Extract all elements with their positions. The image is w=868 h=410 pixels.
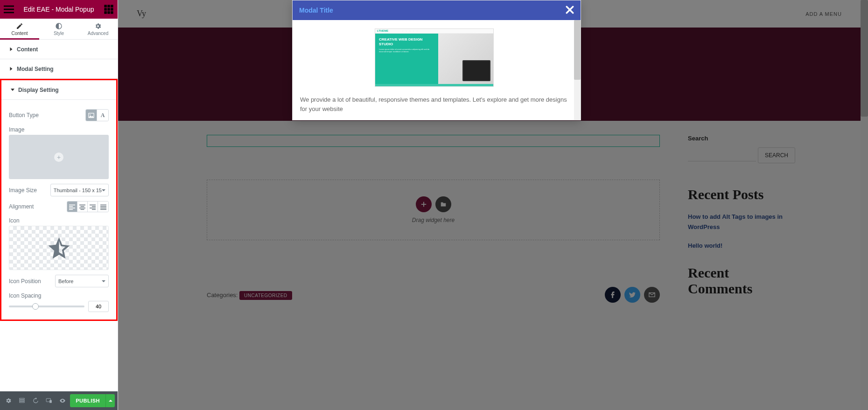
icon-position-value: Before [58, 278, 73, 284]
mini-brand: LTHEME [377, 29, 388, 33]
svg-rect-11 [111, 11, 113, 14]
svg-rect-2 [4, 12, 14, 14]
tab-style-label: Style [54, 31, 64, 36]
tab-content[interactable]: Content [0, 19, 39, 39]
button-type-text[interactable]: A [97, 110, 108, 121]
image-label: Image [9, 126, 24, 133]
publish-group: PUBLISH [70, 394, 115, 407]
modal-title: Modal Title [299, 7, 333, 14]
icon-spacing-input[interactable] [88, 301, 109, 312]
modal-scrollbar[interactable] [574, 20, 581, 120]
history-icon[interactable] [30, 394, 42, 408]
alignment-group [67, 201, 109, 212]
responsive-icon[interactable] [43, 394, 55, 408]
caret-icon [10, 48, 13, 51]
svg-rect-21 [79, 208, 85, 208]
modal-image: LTHEME ····· CREATIVE WEB DESIGN STUDIO … [375, 28, 494, 87]
icon-picker[interactable] [9, 226, 109, 270]
svg-rect-7 [107, 8, 110, 11]
panel-tabs: Content Style Advanced [0, 19, 118, 40]
svg-rect-5 [111, 5, 113, 7]
svg-rect-29 [100, 208, 106, 208]
modal-body: LTHEME ····· CREATIVE WEB DESIGN STUDIO … [293, 20, 581, 120]
align-justify[interactable] [98, 202, 108, 212]
svg-rect-28 [100, 206, 106, 207]
icon-label: Icon [9, 217, 20, 224]
svg-rect-23 [90, 204, 96, 205]
svg-rect-3 [104, 5, 107, 7]
preview-icon[interactable] [56, 394, 68, 408]
tab-style[interactable]: Style [39, 19, 78, 39]
svg-rect-9 [104, 11, 107, 14]
image-size-label: Image Size [9, 187, 37, 194]
tab-advanced-label: Advanced [88, 31, 108, 36]
button-type-label: Button Type [9, 112, 39, 118]
chevron-down-icon [102, 189, 105, 191]
svg-rect-30 [100, 209, 106, 210]
image-size-value: Thumbnail - 150 x 15 [54, 188, 102, 193]
button-type-image[interactable] [86, 110, 97, 121]
align-right[interactable] [88, 202, 98, 212]
svg-rect-10 [107, 11, 110, 14]
section-modal-setting[interactable]: Modal Setting [0, 59, 118, 79]
modal-popup: Modal Title LTHEME ····· CREATIVE WEB DE… [292, 0, 581, 120]
section-display-setting-label: Display Setting [18, 87, 59, 93]
panel-sections: Content Modal Setting Display Setting Bu… [0, 40, 118, 391]
icon-position-select[interactable]: Before [55, 275, 109, 287]
svg-rect-24 [92, 206, 96, 207]
hamburger-icon[interactable] [4, 4, 14, 14]
caret-up-icon [109, 400, 112, 402]
panel-header: Edit EAE - Modal Popup [0, 0, 118, 19]
svg-rect-17 [69, 208, 75, 208]
icon-spacing-slider[interactable] [9, 306, 84, 307]
svg-rect-20 [80, 206, 84, 207]
svg-point-14 [90, 114, 91, 115]
section-content[interactable]: Content [0, 40, 118, 59]
image-upload[interactable]: + [9, 135, 109, 179]
section-body: Button Type A Image + Image Size [1, 100, 116, 320]
modal-close-button[interactable] [566, 6, 574, 15]
navigator-icon[interactable] [16, 394, 28, 408]
caret-icon [10, 67, 13, 71]
svg-rect-0 [4, 6, 14, 7]
icon-position-label: Icon Position [9, 278, 41, 285]
close-icon [566, 6, 574, 14]
mini-headline: CREATIVE WEB DESIGN STUDIO [379, 37, 434, 46]
scrollbar-thumb[interactable] [574, 20, 581, 80]
align-left[interactable] [67, 202, 77, 212]
caret-icon [11, 89, 14, 91]
section-content-label: Content [17, 46, 38, 53]
publish-options[interactable] [105, 394, 115, 407]
svg-rect-16 [69, 206, 73, 207]
widgets-grid-icon[interactable] [104, 4, 114, 14]
image-size-select[interactable]: Thumbnail - 150 x 15 [50, 184, 109, 196]
svg-rect-15 [69, 204, 75, 205]
align-center[interactable] [77, 202, 88, 212]
svg-rect-22 [80, 209, 84, 210]
svg-rect-6 [104, 8, 107, 11]
publish-button[interactable]: PUBLISH [70, 394, 105, 407]
tab-content-label: Content [11, 31, 28, 36]
settings-icon[interactable] [3, 394, 14, 408]
button-type-group: A [85, 109, 109, 121]
icon-spacing-label: Icon Spacing [9, 292, 41, 299]
modal-header: Modal Title [293, 0, 581, 20]
svg-rect-1 [4, 9, 14, 10]
alignment-label: Alignment [9, 203, 34, 210]
chevron-down-icon [102, 280, 105, 282]
editor-panel: Edit EAE - Modal Popup Content Style Adv… [0, 0, 118, 410]
svg-rect-32 [49, 400, 52, 403]
modal-text: We provide a lot of beautiful, responsiv… [300, 95, 568, 113]
panel-footer: PUBLISH [0, 391, 118, 410]
svg-rect-4 [107, 5, 110, 7]
svg-rect-19 [79, 204, 85, 205]
svg-rect-27 [100, 204, 106, 205]
star-half-icon [46, 235, 72, 261]
svg-rect-18 [69, 209, 73, 210]
slider-thumb[interactable] [32, 303, 39, 310]
plus-icon: + [54, 153, 63, 162]
svg-rect-26 [92, 209, 96, 210]
svg-rect-25 [90, 208, 96, 208]
tab-advanced[interactable]: Advanced [78, 19, 118, 39]
section-display-setting[interactable]: Display Setting [1, 80, 116, 100]
